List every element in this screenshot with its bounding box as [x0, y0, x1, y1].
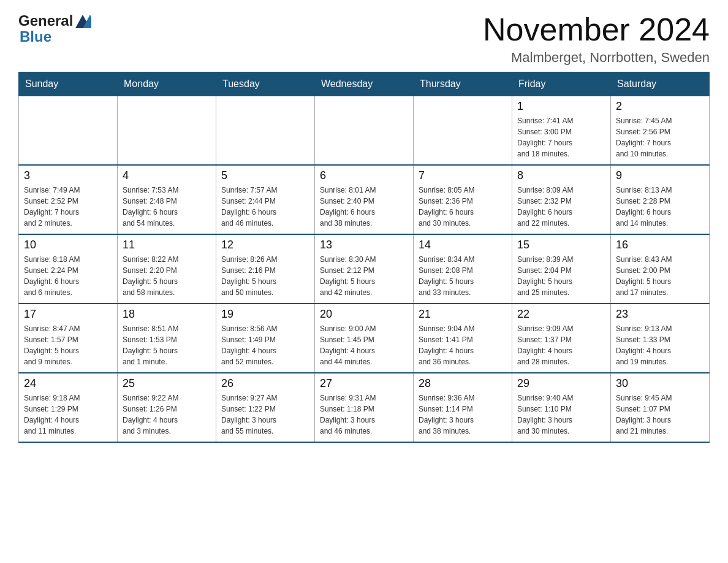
calendar-cell: 28Sunrise: 9:36 AM Sunset: 1:14 PM Dayli…	[414, 373, 512, 442]
day-info: Sunrise: 8:30 AM Sunset: 2:12 PM Dayligh…	[320, 254, 408, 298]
day-info: Sunrise: 8:18 AM Sunset: 2:24 PM Dayligh…	[24, 254, 112, 298]
day-info: Sunrise: 9:22 AM Sunset: 1:26 PM Dayligh…	[123, 393, 211, 437]
day-number: 26	[221, 377, 309, 390]
day-info: Sunrise: 7:57 AM Sunset: 2:44 PM Dayligh…	[221, 185, 309, 229]
calendar-cell: 14Sunrise: 8:34 AM Sunset: 2:08 PM Dayli…	[414, 234, 512, 304]
calendar-cell: 30Sunrise: 9:45 AM Sunset: 1:07 PM Dayli…	[611, 373, 710, 442]
calendar-week-row: 3Sunrise: 7:49 AM Sunset: 2:52 PM Daylig…	[19, 165, 710, 234]
day-number: 28	[419, 377, 507, 390]
calendar-cell	[118, 96, 216, 166]
day-number: 22	[517, 308, 605, 321]
calendar-cell: 16Sunrise: 8:43 AM Sunset: 2:00 PM Dayli…	[611, 234, 710, 304]
day-info: Sunrise: 9:31 AM Sunset: 1:18 PM Dayligh…	[320, 393, 408, 437]
day-number: 16	[616, 239, 704, 251]
calendar-cell	[315, 96, 414, 166]
calendar-cell: 8Sunrise: 8:09 AM Sunset: 2:32 PM Daylig…	[512, 165, 611, 234]
calendar-cell: 25Sunrise: 9:22 AM Sunset: 1:26 PM Dayli…	[118, 373, 216, 442]
calendar-cell: 15Sunrise: 8:39 AM Sunset: 2:04 PM Dayli…	[512, 234, 611, 304]
calendar-cell: 2Sunrise: 7:45 AM Sunset: 2:56 PM Daylig…	[611, 96, 710, 166]
day-number: 1	[517, 100, 605, 113]
calendar-cell: 1Sunrise: 7:41 AM Sunset: 3:00 PM Daylig…	[512, 96, 611, 166]
location-title: Malmberget, Norrbotten, Sweden	[483, 50, 710, 66]
weekday-header-saturday: Saturday	[611, 72, 710, 96]
day-number: 18	[123, 308, 211, 321]
calendar-cell: 10Sunrise: 8:18 AM Sunset: 2:24 PM Dayli…	[19, 234, 118, 304]
day-info: Sunrise: 7:45 AM Sunset: 2:56 PM Dayligh…	[616, 115, 704, 159]
calendar-cell: 20Sunrise: 9:00 AM Sunset: 1:45 PM Dayli…	[315, 304, 414, 373]
calendar-cell: 23Sunrise: 9:13 AM Sunset: 1:33 PM Dayli…	[611, 304, 710, 373]
day-number: 8	[517, 169, 605, 182]
day-info: Sunrise: 8:05 AM Sunset: 2:36 PM Dayligh…	[419, 185, 507, 229]
calendar-cell	[414, 96, 512, 166]
calendar-cell: 7Sunrise: 8:05 AM Sunset: 2:36 PM Daylig…	[414, 165, 512, 234]
day-info: Sunrise: 9:27 AM Sunset: 1:22 PM Dayligh…	[221, 393, 309, 437]
day-info: Sunrise: 9:04 AM Sunset: 1:41 PM Dayligh…	[419, 323, 507, 367]
logo: General Blue	[18, 12, 91, 45]
logo-blue-text: Blue	[18, 28, 91, 45]
calendar-cell: 9Sunrise: 8:13 AM Sunset: 2:28 PM Daylig…	[611, 165, 710, 234]
calendar-cell: 6Sunrise: 8:01 AM Sunset: 2:40 PM Daylig…	[315, 165, 414, 234]
logo-triangle-icon	[74, 13, 91, 28]
calendar-table: SundayMondayTuesdayWednesdayThursdayFrid…	[18, 72, 710, 443]
day-info: Sunrise: 8:09 AM Sunset: 2:32 PM Dayligh…	[517, 185, 605, 229]
day-info: Sunrise: 7:49 AM Sunset: 2:52 PM Dayligh…	[24, 185, 112, 229]
logo-general-text: General	[18, 12, 73, 29]
day-info: Sunrise: 9:13 AM Sunset: 1:33 PM Dayligh…	[616, 323, 704, 367]
day-number: 21	[419, 308, 507, 321]
day-number: 3	[24, 169, 112, 182]
calendar-cell: 18Sunrise: 8:51 AM Sunset: 1:53 PM Dayli…	[118, 304, 216, 373]
day-info: Sunrise: 8:47 AM Sunset: 1:57 PM Dayligh…	[24, 323, 112, 367]
day-number: 9	[616, 169, 704, 182]
weekday-header-monday: Monday	[118, 72, 216, 96]
calendar-cell: 27Sunrise: 9:31 AM Sunset: 1:18 PM Dayli…	[315, 373, 414, 442]
day-number: 11	[123, 239, 211, 251]
calendar-cell	[19, 96, 118, 166]
day-info: Sunrise: 8:34 AM Sunset: 2:08 PM Dayligh…	[419, 254, 507, 298]
day-info: Sunrise: 8:39 AM Sunset: 2:04 PM Dayligh…	[517, 254, 605, 298]
calendar-cell: 24Sunrise: 9:18 AM Sunset: 1:29 PM Dayli…	[19, 373, 118, 442]
title-section: November 2024 Malmberget, Norrbotten, Sw…	[483, 12, 710, 66]
day-info: Sunrise: 9:18 AM Sunset: 1:29 PM Dayligh…	[24, 393, 112, 437]
day-number: 4	[123, 169, 211, 182]
day-number: 23	[616, 308, 704, 321]
calendar-cell: 5Sunrise: 7:57 AM Sunset: 2:44 PM Daylig…	[216, 165, 315, 234]
calendar-week-row: 1Sunrise: 7:41 AM Sunset: 3:00 PM Daylig…	[19, 96, 710, 166]
day-info: Sunrise: 8:56 AM Sunset: 1:49 PM Dayligh…	[221, 323, 309, 367]
calendar-cell: 13Sunrise: 8:30 AM Sunset: 2:12 PM Dayli…	[315, 234, 414, 304]
day-number: 13	[320, 239, 408, 251]
calendar-cell: 26Sunrise: 9:27 AM Sunset: 1:22 PM Dayli…	[216, 373, 315, 442]
calendar-cell: 29Sunrise: 9:40 AM Sunset: 1:10 PM Dayli…	[512, 373, 611, 442]
day-number: 17	[24, 308, 112, 321]
day-info: Sunrise: 9:40 AM Sunset: 1:10 PM Dayligh…	[517, 393, 605, 437]
day-number: 6	[320, 169, 408, 182]
day-info: Sunrise: 9:36 AM Sunset: 1:14 PM Dayligh…	[419, 393, 507, 437]
calendar-cell: 4Sunrise: 7:53 AM Sunset: 2:48 PM Daylig…	[118, 165, 216, 234]
calendar-cell: 22Sunrise: 9:09 AM Sunset: 1:37 PM Dayli…	[512, 304, 611, 373]
day-info: Sunrise: 8:43 AM Sunset: 2:00 PM Dayligh…	[616, 254, 704, 298]
day-number: 24	[24, 377, 112, 390]
day-number: 5	[221, 169, 309, 182]
day-number: 7	[419, 169, 507, 182]
calendar-week-row: 24Sunrise: 9:18 AM Sunset: 1:29 PM Dayli…	[19, 373, 710, 442]
day-number: 14	[419, 239, 507, 251]
day-number: 25	[123, 377, 211, 390]
calendar-cell: 11Sunrise: 8:22 AM Sunset: 2:20 PM Dayli…	[118, 234, 216, 304]
day-number: 10	[24, 239, 112, 251]
weekday-header-thursday: Thursday	[414, 72, 512, 96]
weekday-header-sunday: Sunday	[19, 72, 118, 96]
day-number: 27	[320, 377, 408, 390]
calendar-cell: 17Sunrise: 8:47 AM Sunset: 1:57 PM Dayli…	[19, 304, 118, 373]
day-number: 30	[616, 377, 704, 390]
day-number: 12	[221, 239, 309, 251]
day-info: Sunrise: 8:13 AM Sunset: 2:28 PM Dayligh…	[616, 185, 704, 229]
calendar-week-row: 17Sunrise: 8:47 AM Sunset: 1:57 PM Dayli…	[19, 304, 710, 373]
weekday-header-friday: Friday	[512, 72, 611, 96]
calendar-cell	[216, 96, 315, 166]
day-number: 15	[517, 239, 605, 251]
day-number: 20	[320, 308, 408, 321]
weekday-header-wednesday: Wednesday	[315, 72, 414, 96]
page-header: General Blue November 2024 Malmberget, N…	[18, 12, 710, 66]
day-number: 19	[221, 308, 309, 321]
calendar-week-row: 10Sunrise: 8:18 AM Sunset: 2:24 PM Dayli…	[19, 234, 710, 304]
calendar-cell: 19Sunrise: 8:56 AM Sunset: 1:49 PM Dayli…	[216, 304, 315, 373]
